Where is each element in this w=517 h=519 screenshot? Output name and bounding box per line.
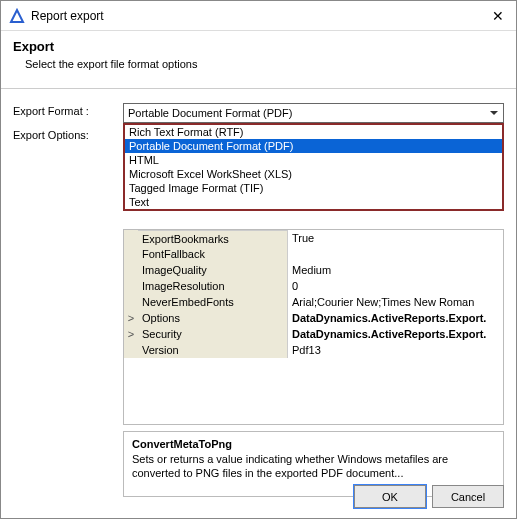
expand-icon[interactable]: > <box>124 326 138 342</box>
expand-icon <box>124 294 138 310</box>
property-value[interactable]: DataDynamics.ActiveReports.Export. <box>288 326 503 342</box>
property-row[interactable]: >SecurityDataDynamics.ActiveReports.Expo… <box>124 326 503 342</box>
property-value[interactable]: Arial;Courier New;Times New Roman <box>288 294 503 310</box>
property-row[interactable]: NeverEmbedFontsArial;Courier New;Times N… <box>124 294 503 310</box>
expand-icon <box>124 230 138 246</box>
description-text: Sets or returns a value indicating wheth… <box>132 452 495 481</box>
property-value[interactable]: 0 <box>288 278 503 294</box>
titlebar: Report export ✕ <box>1 1 516 31</box>
property-name: ImageResolution <box>138 278 288 294</box>
combo-selected-text: Portable Document Format (PDF) <box>128 107 292 119</box>
page-subtitle: Select the export file format options <box>13 58 504 70</box>
property-name: Version <box>138 342 288 358</box>
export-format-label: Export Format : <box>13 103 123 123</box>
form-area: Export Format : Portable Document Format… <box>1 97 516 503</box>
expand-icon <box>124 278 138 294</box>
header: Export Select the export file format opt… <box>1 31 516 80</box>
property-name: Security <box>138 326 288 342</box>
property-name: FontFallback <box>138 246 288 262</box>
property-value[interactable]: Pdf13 <box>288 342 503 358</box>
dialog-buttons: OK Cancel <box>354 485 504 508</box>
property-row[interactable]: FontFallback <box>124 246 503 262</box>
ok-button[interactable]: OK <box>354 485 426 508</box>
dropdown-option[interactable]: Tagged Image Format (TIF) <box>125 181 502 195</box>
close-icon[interactable]: ✕ <box>488 9 508 23</box>
export-format-dropdown[interactable]: Rich Text Format (RTF)Portable Document … <box>123 123 504 211</box>
property-row[interactable]: ExportBookmarksTrue <box>124 230 503 246</box>
property-value[interactable] <box>288 246 503 262</box>
page-title: Export <box>13 39 504 54</box>
property-grid[interactable]: ExportBookmarksTrueFontFallbackImageQual… <box>123 229 504 425</box>
property-value[interactable]: True <box>288 230 503 246</box>
export-options-label: Export Options: <box>13 127 123 141</box>
dropdown-option[interactable]: HTML <box>125 153 502 167</box>
property-name: Options <box>138 310 288 326</box>
app-logo-icon <box>9 8 25 24</box>
expand-icon <box>124 246 138 262</box>
expand-icon <box>124 342 138 358</box>
property-row[interactable]: >OptionsDataDynamics.ActiveReports.Expor… <box>124 310 503 326</box>
description-title: ConvertMetaToPng <box>132 438 495 450</box>
window-title: Report export <box>31 9 488 23</box>
dropdown-option[interactable]: Rich Text Format (RTF) <box>125 125 502 139</box>
dropdown-option[interactable]: Microsoft Excel WorkSheet (XLS) <box>125 167 502 181</box>
export-format-combo[interactable]: Portable Document Format (PDF) <box>123 103 504 123</box>
property-value[interactable]: DataDynamics.ActiveReports.Export. <box>288 310 503 326</box>
expand-icon[interactable]: > <box>124 310 138 326</box>
property-name: ExportBookmarks <box>138 230 288 246</box>
divider <box>1 88 516 89</box>
property-name: ImageQuality <box>138 262 288 278</box>
property-name: NeverEmbedFonts <box>138 294 288 310</box>
property-row[interactable]: VersionPdf13 <box>124 342 503 358</box>
cancel-button[interactable]: Cancel <box>432 485 504 508</box>
chevron-down-icon <box>487 106 501 120</box>
expand-icon <box>124 262 138 278</box>
dropdown-option[interactable]: Text <box>125 195 502 209</box>
dropdown-option[interactable]: Portable Document Format (PDF) <box>125 139 502 153</box>
property-value[interactable]: Medium <box>288 262 503 278</box>
property-row[interactable]: ImageResolution0 <box>124 278 503 294</box>
property-row[interactable]: ImageQualityMedium <box>124 262 503 278</box>
